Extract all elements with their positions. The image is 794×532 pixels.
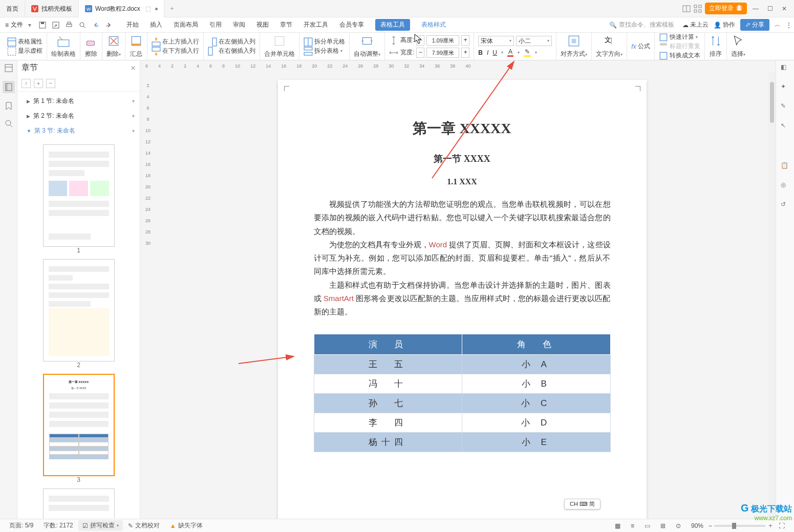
zoom-fit-button[interactable]: ⊙ bbox=[671, 522, 686, 529]
edit-panel-icon[interactable]: ✎ bbox=[781, 102, 790, 112]
search-strip-icon[interactable] bbox=[4, 119, 13, 128]
height-value[interactable]: 1.09厘米 bbox=[426, 35, 459, 46]
status-missing-font[interactable]: ▲缺失字体 bbox=[165, 521, 208, 530]
vertical-ruler[interactable]: 24681012141618202224262830 bbox=[140, 72, 156, 519]
font-name-select[interactable]: 宋体▾ bbox=[478, 36, 514, 46]
to-text-button[interactable]: 转换成文本 bbox=[659, 51, 700, 60]
zoom-out-button[interactable]: − bbox=[709, 522, 712, 529]
view-mode-outline[interactable]: ▭ bbox=[639, 522, 655, 529]
sb-tool-expand[interactable]: ↕ bbox=[22, 79, 31, 88]
page-thumb-4[interactable] bbox=[43, 488, 115, 519]
view-mode-print[interactable]: ▦ bbox=[610, 522, 626, 529]
tab-sync-icon[interactable]: ⬚ bbox=[145, 5, 151, 12]
eraser-button[interactable]: 擦除 bbox=[84, 34, 98, 58]
sidebar-close-button[interactable]: ✕ bbox=[131, 65, 136, 72]
tab-home[interactable]: 首页 bbox=[0, 0, 25, 17]
ime-indicator[interactable]: CH ⌨ 简 bbox=[564, 499, 600, 509]
print-preview-icon[interactable] bbox=[78, 21, 87, 29]
view-mode-web[interactable]: ≡ bbox=[626, 522, 639, 529]
menu-table-tools[interactable]: 表格工具 bbox=[375, 19, 410, 31]
underline-button[interactable]: U bbox=[492, 49, 497, 56]
fullscreen-button[interactable]: ⛶ bbox=[774, 522, 790, 529]
location-panel-icon[interactable]: ◎ bbox=[781, 181, 790, 190]
chapter-item-2[interactable]: ▶第 2 节: 未命名▾ bbox=[17, 109, 140, 123]
sort-button[interactable]: 排序 bbox=[709, 34, 722, 58]
width-value[interactable]: 7.99厘米 bbox=[426, 48, 459, 58]
delete-button[interactable]: 删除▾ bbox=[106, 34, 121, 58]
height-inc[interactable]: + bbox=[461, 35, 469, 46]
undo-icon[interactable] bbox=[92, 21, 100, 29]
table-row[interactable]: 杨十四小 E bbox=[314, 433, 610, 452]
tab-current-doc[interactable]: W Word教程2.docx ⬚ bbox=[79, 0, 164, 17]
formula-button[interactable]: fx 公式 bbox=[631, 42, 650, 51]
minimize-button[interactable]: — bbox=[750, 3, 761, 14]
chapter-nav-icon[interactable] bbox=[3, 81, 15, 93]
cloud-status[interactable]: ☁未上云 bbox=[682, 20, 709, 29]
panel-collapse-icon[interactable]: ◧ bbox=[781, 63, 790, 73]
page-thumb-1[interactable] bbox=[43, 144, 115, 247]
table-row[interactable]: 王 五小 A bbox=[314, 355, 610, 374]
history-panel-icon[interactable]: ↺ bbox=[781, 201, 790, 210]
quick-calc-button[interactable]: 快速计算▾ bbox=[659, 33, 700, 42]
bookmark-strip-icon[interactable] bbox=[4, 101, 13, 111]
menu-ref[interactable]: 引用 bbox=[209, 19, 222, 30]
coop-button[interactable]: 👤协作 bbox=[714, 20, 735, 29]
sb-tool-add[interactable]: ＋ bbox=[34, 79, 43, 88]
th-actor[interactable]: 演 员 bbox=[314, 334, 462, 355]
close-button[interactable]: ✕ bbox=[779, 3, 790, 14]
save-icon[interactable] bbox=[38, 21, 47, 29]
sb-tool-remove[interactable]: − bbox=[46, 79, 55, 88]
menu-review[interactable]: 审阅 bbox=[233, 19, 245, 30]
zoom-in-button[interactable]: ＋ bbox=[767, 521, 774, 530]
insert-above-button[interactable]: 在上方插入行 bbox=[152, 37, 199, 47]
status-words[interactable]: 字数: 2172 bbox=[38, 521, 78, 530]
italic-button[interactable]: I bbox=[487, 49, 488, 56]
table-row[interactable]: 冯 十小 B bbox=[314, 374, 610, 394]
page-thumb-2[interactable] bbox=[43, 259, 115, 361]
table-props-button[interactable]: 表格属性 bbox=[7, 37, 42, 47]
split-table-button[interactable]: 拆分表格▾ bbox=[304, 47, 345, 56]
auto-adjust-button[interactable]: 自动调整▾ bbox=[354, 34, 380, 58]
menu-section[interactable]: 章节 bbox=[280, 19, 292, 30]
width-dec[interactable]: − bbox=[416, 48, 424, 58]
select-button[interactable]: 选择▾ bbox=[731, 34, 745, 58]
menu-layout[interactable]: 页面布局 bbox=[174, 19, 198, 30]
file-menu[interactable]: ≡文件▾ bbox=[2, 20, 34, 29]
menu-table-style[interactable]: 表格样式 bbox=[421, 19, 446, 30]
save-as-icon[interactable]: ↗ bbox=[52, 21, 60, 29]
window-layout-icon[interactable] bbox=[682, 5, 691, 13]
status-page[interactable]: 页面: 5/9 bbox=[4, 521, 38, 530]
insert-left-button[interactable]: 在左侧插入列 bbox=[208, 37, 255, 47]
chapter-item-3[interactable]: ▼第 3 节: 未命名▾ bbox=[17, 123, 140, 138]
collapse-ribbon-icon[interactable]: ︿ bbox=[775, 20, 781, 29]
redo-icon[interactable] bbox=[105, 21, 113, 29]
insert-below-button[interactable]: 在下方插入行 bbox=[152, 47, 199, 56]
insert-right-button[interactable]: 在右侧插入列 bbox=[208, 47, 255, 56]
command-search[interactable]: 🔍 查找命令、搜索模板 bbox=[609, 20, 674, 29]
grid-icon[interactable] bbox=[694, 5, 702, 13]
show-vborder-button[interactable]: 显示虚框 bbox=[7, 47, 42, 56]
status-spellcheck[interactable]: ☑拼写检查▾ bbox=[78, 520, 123, 531]
vertical-scrollbar[interactable] bbox=[768, 72, 776, 519]
text-dir-button[interactable]: 文文字方向▾ bbox=[596, 34, 623, 58]
align-button[interactable]: 对齐方式▾ bbox=[561, 34, 587, 58]
login-button[interactable]: 立即登录 bbox=[705, 3, 747, 14]
menu-dev[interactable]: 开发工具 bbox=[304, 19, 328, 30]
outline-view-icon[interactable] bbox=[4, 63, 13, 73]
tab-templates[interactable]: 找稻壳模板 bbox=[25, 0, 79, 17]
split-cells-button[interactable]: 拆分单元格 bbox=[304, 37, 345, 47]
th-role[interactable]: 角 色 bbox=[462, 334, 611, 355]
status-proofread[interactable]: ✎文档校对 bbox=[123, 521, 165, 530]
menu-start[interactable]: 开始 bbox=[126, 19, 139, 30]
menu-view[interactable]: 视图 bbox=[256, 19, 269, 30]
draw-table-button[interactable]: 绘制表格 bbox=[51, 34, 76, 58]
table-row[interactable]: 李 四小 D bbox=[314, 413, 610, 433]
doc-table[interactable]: 演 员 角 色 王 五小 A冯 十小 B孙 七小 C李 四小 D杨十四小 E bbox=[314, 334, 611, 452]
style-panel-icon[interactable]: ✦ bbox=[781, 83, 790, 92]
zoom-value[interactable]: 90% bbox=[686, 522, 709, 529]
page-thumb-3[interactable]: 第一章 XXXXX 第一节 XXXX bbox=[43, 374, 115, 476]
more-icon[interactable]: ⋮ bbox=[786, 22, 792, 29]
view-mode-read[interactable]: ⊞ bbox=[655, 522, 671, 529]
chapter-item-1[interactable]: ▶第 1 节: 未命名▾ bbox=[17, 94, 140, 109]
clipboard-panel-icon[interactable]: 📋 bbox=[781, 162, 790, 171]
